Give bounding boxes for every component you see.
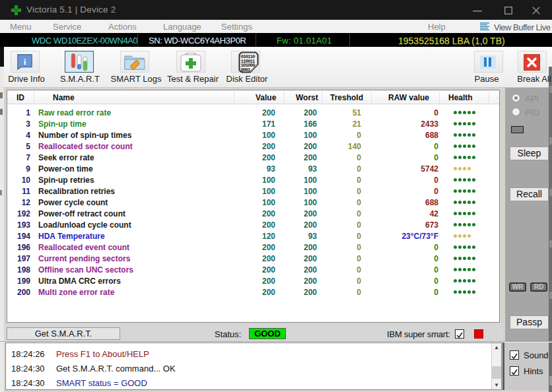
svg-text:i: i [24, 57, 26, 67]
svg-text:8001: 8001 [241, 67, 252, 73]
